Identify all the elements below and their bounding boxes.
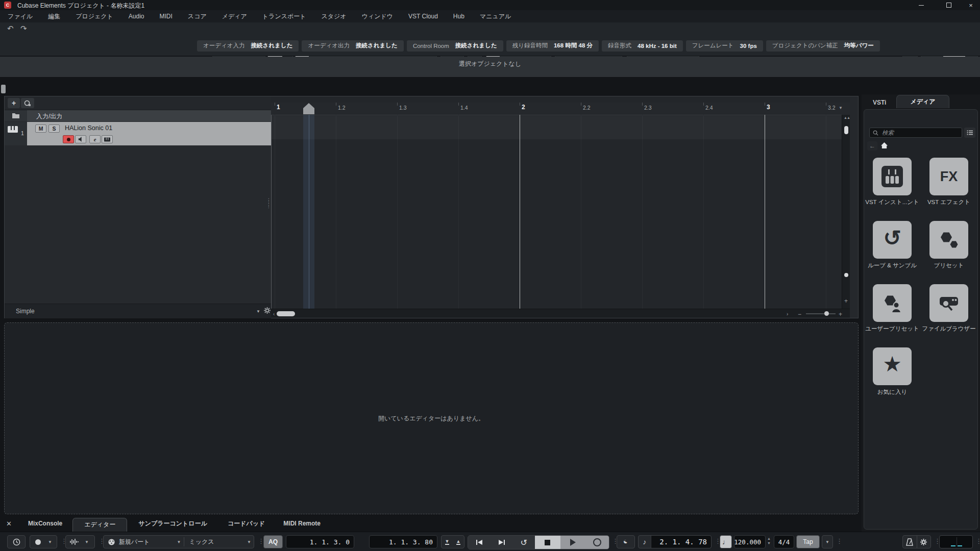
output-level-meter[interactable] [939,535,973,548]
tempo-spinner[interactable]: ▲▼ [767,536,771,545]
arrange-grid[interactable] [271,115,842,309]
media-tile-favorites[interactable]: ★ [873,347,912,385]
midi-record-mode-value[interactable]: 新規パート [119,538,175,546]
play-button[interactable] [560,536,586,549]
stop-button[interactable] [535,536,560,549]
tempo-field[interactable]: 120.000 [734,535,766,548]
tab-sampler-control[interactable]: サンプラーコントロール [136,519,209,528]
tap-tempo-button[interactable]: Tap [796,535,820,548]
menu-item-edit[interactable]: 編集 [40,12,68,21]
media-search-box[interactable] [869,128,962,138]
event-display[interactable]: 1 1.2 1.3 1.4 2 2.2 2.3 2.4 3 3.2 ▼ ‹ [271,96,850,318]
time-format-note-icon[interactable]: ♪ [639,536,651,548]
track-edit-button[interactable]: e [89,135,101,143]
v-zoom-in[interactable]: + [844,297,848,305]
io-folder-track-row[interactable]: 入力/出力 [5,110,271,121]
h-zoom-slider[interactable] [806,313,836,314]
control-room-chip[interactable]: Control Room接続されました [407,40,503,52]
scroll-right-arrow[interactable]: › [787,311,788,317]
record-button[interactable] [585,536,609,549]
menu-item-media[interactable]: メディア [214,12,255,21]
add-track-button[interactable]: + [8,98,20,108]
metronome-icon[interactable] [903,536,917,548]
record-time-button[interactable] [7,535,26,548]
go-to-start-button[interactable] [468,536,491,549]
tab-editor[interactable]: エディター [72,518,127,532]
menu-item-manual[interactable]: マニュアル [472,12,519,21]
waveform-icon[interactable] [66,536,82,548]
audio-alignment-dropdown[interactable]: ▼ [82,540,91,544]
menu-item-audio[interactable]: Audio [121,13,152,20]
record-mode-dropdown[interactable]: ▼ [45,540,55,544]
close-lower-zone-icon[interactable]: ✕ [6,520,12,528]
midi-record-mode-dropdown[interactable]: ▼ [175,540,184,544]
back-arrow-icon[interactable]: ← [867,141,877,151]
v-scroll-thumb[interactable] [844,126,848,134]
menu-item-hub[interactable]: Hub [446,13,472,20]
ruler-options-arrow[interactable]: ▼ [839,106,843,110]
scroll-left-arrow[interactable]: ‹ [273,311,275,317]
media-tile-user-presets[interactable] [873,284,912,322]
media-tile-vst-instruments[interactable] [873,158,912,195]
audio-output-chip[interactable]: オーディオ出力接続されました [302,40,403,52]
v-zoom-thumb[interactable] [844,273,848,277]
go-to-end-button[interactable] [491,536,513,549]
close-button[interactable]: × [962,0,980,10]
track-record-enable-button[interactable] [63,135,74,143]
click-toggle-button[interactable]: ◑ [617,535,635,548]
v-scroll-arrows[interactable]: ▲▲ [844,116,850,119]
menu-item-project[interactable]: プロジェクト [68,12,121,21]
timeline-ruler[interactable]: 1 1.2 1.3 1.4 2 2.2 2.3 2.4 3 3.2 ▼ [271,103,850,115]
divider-handle[interactable] [1,85,6,93]
record-time-chip[interactable]: 残り録音時間168 時間 48 分 [506,40,599,52]
visibility-agent-label[interactable]: Simple [16,308,35,315]
minimize-button[interactable] [910,0,933,10]
record-mode-icon[interactable] [30,536,45,548]
tab-mixconsole[interactable]: MixConsole [26,520,64,527]
track-list-settings-gear-icon[interactable] [264,307,271,315]
track-preset-icon[interactable] [21,98,34,108]
metronome-settings-gear-icon[interactable] [917,536,931,548]
tempo-track-toggle[interactable]: ♩ [720,535,732,548]
h-zoom-in[interactable]: + [839,311,842,318]
punch-in-icon[interactable]: ▼ [442,536,453,548]
h-zoom-out[interactable]: − [798,311,801,318]
redo-icon[interactable]: ↷ [20,24,27,33]
midi-mix-mode-dropdown[interactable]: ▼ [244,540,254,544]
pan-law-chip[interactable]: プロジェクトのパン補正均等パワー [766,40,880,52]
home-icon[interactable] [880,142,888,151]
tab-media[interactable]: メディア [896,95,949,108]
instrument-track-row[interactable]: 1 M S HALion Sonic 01 e [5,122,271,145]
menu-item-midi[interactable]: MIDI [152,13,180,20]
frame-rate-chip[interactable]: フレームレート30 fps [686,40,763,52]
menu-item-vst-cloud[interactable]: VST Cloud [401,13,446,20]
track-solo-button[interactable]: S [48,124,60,133]
media-tile-loops-samples[interactable]: ↺ [873,221,912,259]
media-tile-file-browser[interactable] [929,284,968,322]
menu-item-file[interactable]: ファイル [0,12,40,21]
menu-item-studio[interactable]: スタジオ [314,12,354,21]
h-scroll-thumb[interactable] [277,311,295,316]
track-monitor-button[interactable] [75,135,86,143]
midi-mix-mode-value[interactable]: ミックス [184,538,245,546]
menu-item-transport[interactable]: トランスポート [255,12,314,21]
auto-quantize-button[interactable]: AQ [263,535,283,548]
media-list-view-button[interactable] [964,128,975,138]
menu-item-window[interactable]: ウィンドウ [354,12,401,21]
cycle-button[interactable]: ↺ [512,536,535,549]
primary-time-display[interactable]: 2. 1. 4. 78 [651,536,711,548]
horizontal-scrollbar[interactable]: ‹ › − + [271,309,850,318]
media-tile-vst-effects[interactable]: FX [929,158,968,195]
right-locator-field[interactable]: 1. 1. 3. 80 [369,535,437,548]
track-instrument-button[interactable] [102,135,113,143]
track-mute-button[interactable]: M [35,124,46,133]
audio-input-chip[interactable]: オーディオ入力接続されました [197,40,299,52]
visibility-agent-dropdown[interactable]: ▼ [254,309,263,314]
media-tile-presets[interactable] [929,221,968,259]
undo-icon[interactable]: ↶ [7,24,14,33]
record-format-chip[interactable]: 録音形式48 kHz - 16 bit [602,40,683,52]
punch-out-icon[interactable]: ▲ [453,536,464,548]
tab-vsti[interactable]: VSTi [867,97,892,108]
tempo-menu-dropdown[interactable]: ▼ [822,535,833,548]
menu-item-score[interactable]: スコア [180,12,214,21]
